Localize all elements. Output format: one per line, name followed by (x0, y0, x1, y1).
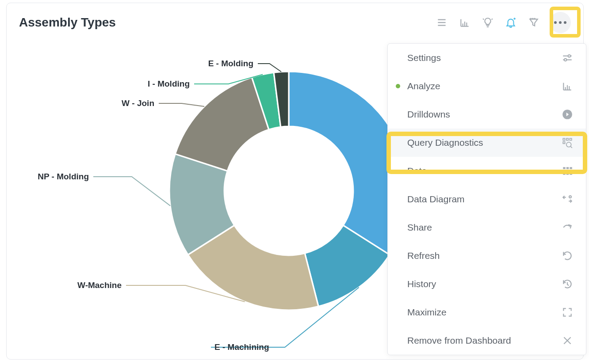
menu-item-label: Remove from Dashboard (407, 335, 511, 346)
arrow-circle-right-icon (561, 108, 574, 121)
panel-header: Assembly Types (19, 12, 571, 33)
svg-rect-34 (566, 173, 569, 174)
svg-rect-33 (563, 173, 565, 174)
donut-slice[interactable] (175, 77, 269, 171)
menu-item-query-diagnostics[interactable]: Query Diagnostics (388, 129, 586, 157)
svg-point-11 (532, 18, 533, 19)
chart-label: E - Machining (214, 342, 269, 352)
more-icon (554, 21, 566, 24)
menu-item-maximize[interactable]: Maximize (388, 298, 586, 326)
svg-line-6 (483, 19, 484, 19)
context-menu: Settings Analyze Drilldowns Query Diagno… (387, 43, 586, 355)
svg-line-26 (571, 147, 572, 148)
svg-rect-32 (570, 170, 572, 172)
diagram-arrows-icon (561, 193, 574, 205)
menu-item-label: Data (407, 166, 427, 176)
menu-item-label: Analyze (407, 81, 440, 91)
donut-svg (169, 72, 408, 310)
menu-item-analyze[interactable]: Analyze (388, 72, 586, 100)
chart-label: W-Machine (77, 281, 122, 290)
query-diagnostics-icon (561, 136, 574, 149)
menu-item-label: Maximize (407, 307, 447, 318)
panel-title: Assembly Types (19, 15, 116, 30)
menu-item-label: Share (407, 222, 432, 233)
svg-point-36 (569, 196, 571, 198)
menu-item-label: History (407, 279, 436, 289)
menu-item-share[interactable]: Share (388, 213, 586, 242)
svg-point-12 (534, 18, 535, 19)
menu-item-label: Data Diagram (407, 194, 465, 205)
menu-item-data[interactable]: Data (388, 157, 586, 185)
menu-item-data-diagram[interactable]: Data Diagram (388, 185, 586, 213)
svg-rect-27 (563, 167, 565, 169)
menu-item-label: Query Diagnostics (407, 137, 483, 148)
svg-rect-23 (570, 138, 571, 140)
lightbulb-icon[interactable] (481, 15, 495, 30)
close-icon (561, 334, 574, 347)
svg-rect-30 (563, 170, 565, 172)
chart-label: NP - Molding (38, 172, 89, 182)
menu-item-label: Settings (407, 53, 441, 63)
chart-label: W - Join (122, 99, 154, 108)
svg-rect-24 (563, 142, 565, 144)
menu-item-settings[interactable]: Settings (388, 44, 586, 72)
refresh-icon (561, 250, 574, 262)
svg-line-7 (492, 19, 493, 19)
svg-rect-29 (570, 167, 572, 169)
svg-rect-35 (570, 173, 572, 174)
maximize-icon (561, 306, 574, 318)
svg-point-25 (566, 142, 571, 147)
toolbar (435, 12, 571, 33)
menu-item-drilldowns[interactable]: Drilldowns (388, 100, 586, 129)
menu-item-refresh[interactable]: Refresh (388, 242, 586, 270)
menu-item-label: Drilldowns (407, 109, 450, 120)
svg-rect-28 (566, 167, 569, 169)
menu-item-remove[interactable]: Remove from Dashboard (388, 326, 586, 355)
sliders-icon (561, 52, 574, 64)
menu-item-history[interactable]: History (388, 270, 586, 298)
svg-point-16 (564, 59, 566, 61)
svg-rect-31 (566, 170, 569, 172)
active-dot (396, 84, 400, 88)
menu-item-label: Refresh (407, 250, 440, 261)
donut-chart (169, 72, 408, 310)
bell-plus-icon[interactable] (504, 15, 518, 30)
barchart-icon (561, 80, 574, 92)
history-icon (561, 278, 574, 290)
chart-label: I - Molding (148, 79, 190, 89)
grid-dots-icon (561, 165, 574, 177)
chart-label: E - Molding (208, 59, 253, 68)
share-icon (561, 221, 574, 234)
menu-icon[interactable] (435, 15, 449, 30)
filter-icon[interactable] (527, 15, 541, 30)
svg-rect-22 (566, 138, 568, 140)
svg-point-10 (531, 18, 532, 19)
svg-rect-21 (563, 138, 565, 140)
svg-point-14 (568, 55, 570, 57)
barchart-icon[interactable] (458, 15, 472, 30)
more-button[interactable] (550, 12, 571, 33)
